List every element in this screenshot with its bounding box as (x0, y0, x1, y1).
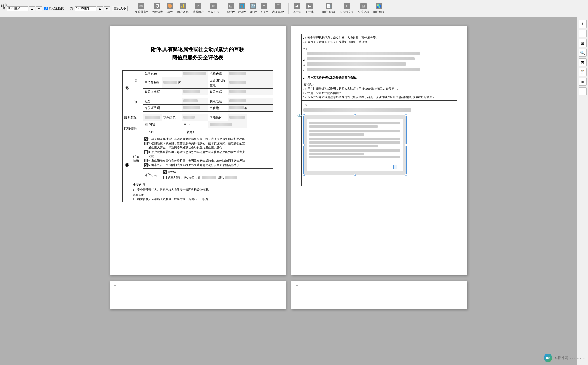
height-increase-btn[interactable]: ▲ (29, 6, 35, 11)
edit-image-icon: ✏ (210, 3, 217, 9)
lock-ratio-checkbox[interactable] (44, 7, 48, 10)
environment-icon: 🌐 (239, 3, 245, 9)
sit-5-checkbox[interactable] (144, 163, 148, 167)
image-translate-btn[interactable]: 🌏 图片翻译 (372, 3, 386, 14)
table-row: 主要内容 1、安全管理责任人、信息审核人员及安全管理机构设立情况。 填写说明: … (122, 181, 273, 202)
self-eval-checkbox[interactable] (163, 170, 167, 174)
select-pane-icon: ☰ (275, 3, 281, 9)
image-container (303, 115, 407, 175)
height-input[interactable] (7, 6, 28, 11)
fit-page-btn[interactable]: ⊞ (579, 39, 587, 47)
website-url-value (208, 121, 247, 128)
inner-line (309, 149, 400, 152)
spacer2 (143, 111, 273, 114)
color-btn[interactable]: 🎨 颜色 (166, 3, 174, 14)
more-btn[interactable]: ··· (579, 87, 587, 95)
next-icon: ▶ (306, 3, 313, 9)
third-party-checkbox[interactable] (163, 176, 167, 179)
blurred-ans-1 (307, 52, 420, 55)
table-row (122, 95, 273, 98)
image-effects-btn[interactable]: ✨ 图片效果 (176, 3, 190, 14)
table-row: 答: (301, 101, 457, 186)
grid-btn[interactable]: ⊞ (579, 78, 587, 86)
width-decrease-btn[interactable]: ▼ (104, 6, 110, 11)
reset-image-btn[interactable]: ↺ 重置图片 (191, 3, 205, 14)
remove-bg-btn[interactable]: 🖼 抠除背景 (150, 3, 164, 14)
sit-2-text: 2. 使用新技术新应用，使信息服务的功能属性、技术实现方式、基础资源配置发生重大… (148, 142, 246, 150)
blurred-9 (183, 106, 200, 109)
rotate-btn[interactable]: 🔄 旋转▾ (248, 3, 258, 14)
edit-image-btn[interactable]: ✏ 更改图片 (207, 3, 220, 14)
resize-handle-tl[interactable] (303, 114, 305, 116)
address-value: 区 (162, 77, 208, 89)
crop-btn[interactable]: ✂ 图片裁剪▾ (134, 3, 149, 14)
sit-2-checkbox[interactable] (144, 142, 148, 145)
height-decrease-btn[interactable]: ▼ (36, 6, 42, 11)
answer-line-1: 1. (303, 52, 455, 57)
blurred-4 (229, 81, 246, 84)
resize-handle-bl[interactable] (303, 174, 305, 176)
section2-label: 2、用户真实身份检验及注册信息留存措施。 (303, 75, 455, 80)
fill-note-3: 3）企业方对用户注册信息的留存情况（是否留存，如是，提供对用户注册信息的留存记录… (303, 95, 455, 99)
inner-line (309, 156, 400, 158)
prev-btn[interactable]: ◀ 上一张 (292, 3, 302, 14)
image-extract-btn[interactable]: ⊡ 图片提取 (357, 3, 370, 14)
rotate-icon: 🔄 (250, 3, 256, 9)
crop-tool-btn[interactable]: ⊡ (579, 58, 587, 66)
resize-handle-ml[interactable] (303, 144, 305, 146)
width-input[interactable] (75, 6, 96, 11)
sit-4-checkbox[interactable] (144, 159, 148, 162)
individual-cell: 个人 (131, 98, 143, 114)
zoom-in-btn[interactable]: + (579, 20, 587, 28)
main-content-row: 主要内容 1、安全管理责任人、信息审核人员及安全管理机构设立情况。 填写说明: … (131, 181, 247, 202)
sit-1-checkbox[interactable] (144, 137, 148, 141)
main-info-label: 主体信息 (124, 91, 130, 93)
app-checkbox[interactable] (145, 130, 148, 133)
website-url-label: 网址 (182, 121, 208, 128)
resize-handle-tc[interactable] (354, 114, 356, 116)
zoom-out-btn[interactable]: − (579, 30, 587, 37)
select-pane-btn[interactable]: ☰ 选择窗格▾ (271, 3, 286, 14)
inner-line (309, 145, 378, 147)
image-to-text-btn[interactable]: T 图片转文字 (338, 3, 355, 14)
id-value (182, 105, 208, 112)
residence-value: 名 (228, 105, 273, 112)
main-content-label: 主要内容 (133, 182, 245, 187)
residence-label: 常住地 (208, 105, 228, 112)
reset-size-btn[interactable]: 重设大小 (112, 6, 128, 11)
toolbar-sep-1 (67, 3, 67, 14)
security-eval-label: 安全评估的基本情况 (124, 168, 130, 170)
third-party-item: 第三方评估 (163, 176, 182, 180)
service-name-value (143, 114, 162, 121)
image-to-pdf-btn[interactable]: 📄 图片转PDF (321, 3, 337, 14)
blurred-1 (183, 72, 206, 75)
individual-label: 个人 (133, 105, 139, 107)
align-btn[interactable]: ≡ 对齐▾ (260, 3, 269, 14)
website-checkbox[interactable] (145, 123, 148, 126)
sit-3-checkbox[interactable] (144, 150, 148, 154)
eval-method-label: 评估方式 (143, 168, 162, 181)
magnify-btn[interactable]: 🔍 (579, 49, 587, 57)
situation-4-item: 4. 发生违法有害信息传播扩散，表明已有安全措施难以有效防控网络安全风险 (144, 159, 246, 163)
resize-handle-bc[interactable] (354, 174, 356, 176)
right-notes-cell: 2）安全管理机构信息，成立时间、人员数量、责任划分等。 3）履行有关责任的正式文… (301, 34, 457, 45)
situation-1-item: 1. 具有舆论属性或社会动员能力的信息服务上线，或者信息服务增设相关功能 (144, 137, 246, 141)
reset-image-icon: ↺ (195, 3, 201, 9)
phone-value (228, 89, 273, 95)
blurred-13 (229, 116, 245, 119)
phone3-value (228, 98, 273, 105)
blurred-11 (145, 116, 160, 119)
lock-ratio-label[interactable]: 锁定纵横比 (44, 6, 64, 11)
next-btn[interactable]: ▶ 下一张 (304, 3, 315, 14)
resize-handle-mr[interactable] (405, 144, 407, 146)
combine-btn[interactable]: ⊞ 组合▾ (226, 3, 236, 14)
resize-handle-tr[interactable] (405, 114, 407, 116)
resize-handle-br[interactable] (405, 174, 407, 176)
unit-cell: 单位 (131, 70, 143, 98)
image-to-pdf-icon: 📄 (326, 3, 332, 9)
copy-btn[interactable]: 📋 (579, 68, 587, 76)
width-increase-btn[interactable]: ▲ (97, 6, 103, 11)
table-row: 单位注册地 区 运营团队所在地 (122, 77, 273, 89)
environment-btn[interactable]: 🌐 环境▾ (237, 3, 247, 14)
third-party-text: 第三方评估 (168, 176, 182, 180)
